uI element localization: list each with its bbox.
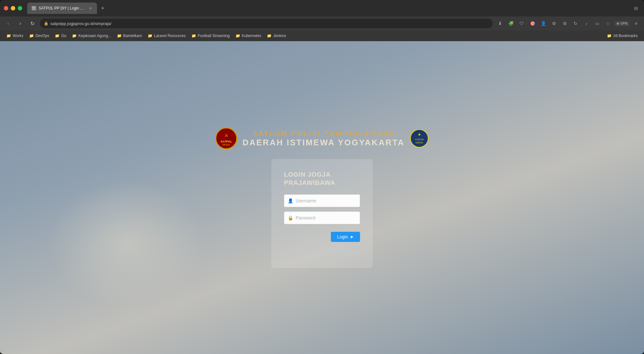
tab-title: SATPOL PP DIY | Login Admini...	[39, 6, 86, 10]
settings-icon[interactable]: ⚙	[550, 19, 558, 28]
user-icon: 👤	[288, 198, 293, 203]
folder-icon: 📁	[607, 34, 612, 38]
password-input[interactable]	[284, 212, 360, 224]
music-icon[interactable]: ♪	[582, 19, 590, 28]
all-bookmarks-label: All Bookmarks	[613, 34, 638, 38]
downloads-icon[interactable]: ⬇	[496, 19, 504, 28]
bookmark-laravel-label: Laravel Resources	[154, 34, 186, 38]
folder-icon: 📁	[29, 34, 34, 38]
bookmark-football[interactable]: 📁 Football Streaming	[189, 33, 232, 39]
folder-icon: 📁	[235, 34, 240, 38]
bookmark-works-label: Works	[13, 34, 23, 38]
gear2-icon[interactable]: ⚙	[561, 19, 569, 28]
sync-icon[interactable]: ↻	[571, 19, 580, 28]
profile-icon[interactable]: 👤	[539, 19, 547, 28]
title-bar: 🛡 SATPOL PP DIY | Login Admini... ✕ + ⊟	[0, 0, 644, 16]
bookmark-football-label: Football Streaming	[198, 34, 230, 38]
copyright-text: 2017 © SATUAN POLISI PAMONG PRAJA DIY	[284, 242, 360, 258]
svg-text:⚔: ⚔	[224, 133, 229, 138]
bookmark-kubernetes[interactable]: 📁 Kubernetes	[233, 33, 264, 39]
browser-right-controls: ⊟	[632, 4, 640, 12]
bookmark-go[interactable]: 📁 Go	[52, 33, 69, 39]
bookmark-kejaksaan[interactable]: 📁 Kejaksaan Agung...	[69, 33, 113, 39]
login-button[interactable]: Login ➤	[331, 232, 360, 242]
folder-icon: 📁	[191, 34, 196, 38]
lock-input-icon: 🔒	[288, 215, 293, 220]
folder-icon: 📁	[72, 34, 77, 38]
login-title: LOGIN JOGJAPRAJAWIBAWA	[284, 170, 360, 187]
bookmark-laravel[interactable]: 📁 Laravel Resources	[145, 33, 188, 39]
right-emblem: ★ YOGYA KARTA	[410, 129, 429, 148]
toolbar-right-icons: ⬇ 🧩 🛡 🎯 👤 ⚙ ⚙ ↻ ♪ ▭ ☆ ⊕ VPN ≡	[496, 19, 640, 28]
address-bar: ‹ › ↻ 🔒 satpolpp.jogjaprov.go.id/simpraj…	[0, 16, 644, 30]
extensions-icon[interactable]: 🧩	[507, 19, 515, 28]
folder-icon: 📁	[267, 34, 272, 38]
svg-text:SATPOL: SATPOL	[221, 140, 232, 143]
close-button[interactable]	[4, 6, 8, 10]
reload-button[interactable]: ↻	[28, 19, 37, 28]
tab-close-button[interactable]: ✕	[88, 6, 93, 10]
minimize-button[interactable]	[11, 6, 15, 10]
username-input[interactable]	[284, 194, 360, 207]
traffic-lights	[4, 6, 22, 10]
bookmark-kubernetes-label: Kubernetes	[242, 34, 261, 38]
login-button-label: Login	[337, 234, 348, 239]
menu-icon[interactable]: ≡	[632, 19, 640, 28]
page-content: ⚔ SATPOL PP DIY SATUAN POLISI PAMONG PRA…	[0, 41, 644, 354]
fullscreen-button[interactable]	[18, 6, 22, 10]
bookmark-go-label: Go	[61, 34, 66, 38]
bookmark-baintelkam[interactable]: 📁 Baintelkam	[114, 33, 145, 39]
arrow-icon: ➤	[350, 234, 354, 239]
logo-title-line2: DAERAH ISTIMEWA YOGYAKARTA	[242, 138, 404, 148]
lock-icon: 🔒	[44, 21, 48, 26]
left-emblem: ⚔ SATPOL PP DIY	[215, 127, 237, 149]
window-icon[interactable]: ▭	[593, 19, 601, 28]
svg-text:PP DIY: PP DIY	[223, 144, 230, 146]
new-tab-button[interactable]: +	[98, 4, 107, 13]
password-group: 🔒	[284, 212, 360, 224]
tab-favicon: 🛡	[32, 6, 36, 10]
minimize-window-icon[interactable]: ⊟	[632, 4, 640, 12]
bookmark-jenkins-label: Jenkins	[273, 34, 286, 38]
bookmark-baintelkam-label: Baintelkam	[123, 34, 142, 38]
all-bookmarks[interactable]: 📁 All Bookmarks	[604, 33, 640, 39]
bookmark-jenkins[interactable]: 📁 Jenkins	[264, 33, 289, 39]
forward-button[interactable]: ›	[16, 19, 25, 28]
shield-icon[interactable]: 🛡	[518, 19, 526, 28]
bookmark-devops[interactable]: 📁 DevOps	[27, 33, 52, 39]
folder-icon: 📁	[55, 34, 60, 38]
folder-icon: 📁	[6, 34, 11, 38]
svg-text:★: ★	[417, 132, 421, 137]
target-icon[interactable]: 🎯	[528, 19, 537, 28]
logo-text: SATUAN POLISI PAMONG PRAJA DAERAH ISTIME…	[242, 130, 404, 148]
bookmark-works[interactable]: 📁 Works	[4, 33, 26, 39]
username-group: 👤	[284, 194, 360, 207]
folder-icon: 📁	[148, 34, 152, 38]
back-button[interactable]: ‹	[4, 19, 13, 28]
url-bar[interactable]: 🔒 satpolpp.jogjaprov.go.id/simpraja/	[40, 19, 493, 28]
active-tab[interactable]: 🛡 SATPOL PP DIY | Login Admini... ✕	[27, 3, 97, 14]
svg-text:KARTA: KARTA	[415, 142, 423, 144]
bookmark-kejaksaan-label: Kejaksaan Agung...	[78, 34, 111, 38]
browser-window: 🛡 SATPOL PP DIY | Login Admini... ✕ + ⊟ …	[0, 0, 644, 354]
tab-bar: 🛡 SATPOL PP DIY | Login Admini... ✕ +	[27, 3, 629, 14]
login-card: LOGIN JOGJAPRAJAWIBAWA 👤 🔒 Login ➤ 2017 …	[271, 159, 373, 268]
folder-icon: 📁	[117, 34, 122, 38]
svg-text:YOGYA: YOGYA	[415, 138, 424, 141]
vpn-badge[interactable]: ⊕ VPN	[615, 21, 629, 26]
url-text: satpolpp.jogjaprov.go.id/simpraja/	[50, 21, 112, 26]
bookmarks-right: 📁 All Bookmarks	[604, 33, 640, 39]
bookmarks-bar: 📁 Works 📁 DevOps 📁 Go 📁 Kejaksaan Agung.…	[0, 30, 644, 41]
bookmark-devops-label: DevOps	[35, 34, 49, 38]
bookmark-icon[interactable]: ☆	[604, 19, 612, 28]
logo-area: ⚔ SATPOL PP DIY SATUAN POLISI PAMONG PRA…	[215, 127, 428, 149]
logo-title-line1: SATUAN POLISI PAMONG PRAJA	[253, 130, 395, 138]
